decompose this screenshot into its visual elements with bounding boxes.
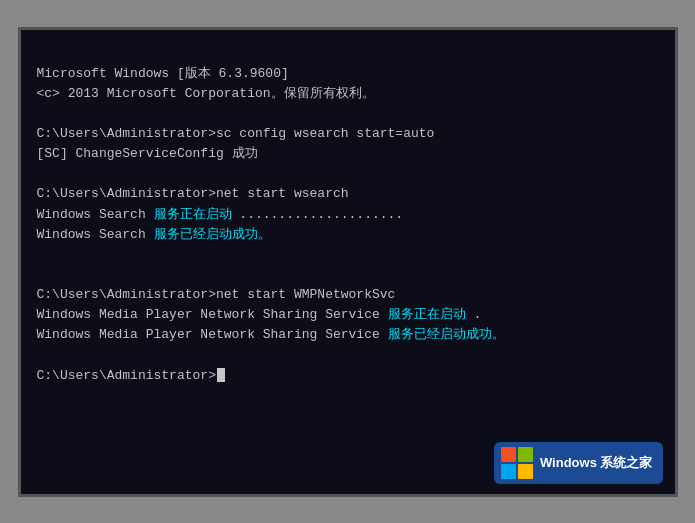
- terminal-output: Microsoft Windows [版本 6.3.9600] <c> 2013…: [37, 44, 659, 407]
- watermark-label: Windows 系统之家: [540, 454, 653, 472]
- prompt-4: C:\Users\Administrator>: [37, 368, 216, 383]
- watermark: Windows 系统之家: [494, 442, 663, 484]
- line-13b: Windows Media Player Network Sharing Ser…: [37, 327, 505, 342]
- win-quad-blue: [501, 464, 516, 479]
- status-text-2: 服务已经启动成功。: [154, 227, 271, 242]
- win-quad-green: [518, 447, 533, 462]
- line-2: <c> 2013 Microsoft Corporation。保留所有权利。: [37, 86, 375, 101]
- screen: Microsoft Windows [版本 6.3.9600] <c> 2013…: [18, 27, 678, 497]
- line-5: [SC] ChangeServiceConfig 成功: [37, 146, 258, 161]
- line-1: Microsoft Windows [版本 6.3.9600]: [37, 66, 289, 81]
- line-15: C:\Users\Administrator>: [37, 368, 225, 383]
- cmd-background: Microsoft Windows [版本 6.3.9600] <c> 2013…: [21, 30, 675, 494]
- status-text-3: 服务正在启动: [388, 307, 466, 322]
- prompt-2: C:\Users\Administrator>: [37, 186, 216, 201]
- status-text-1: 服务正在启动: [154, 207, 232, 222]
- outer-frame: Microsoft Windows [版本 6.3.9600] <c> 2013…: [0, 0, 695, 523]
- line-12: C:\Users\Administrator>net start WMPNetw…: [37, 287, 396, 302]
- prompt-1: C:\Users\Administrator>: [37, 126, 216, 141]
- cursor: [217, 368, 225, 382]
- win-quad-red: [501, 447, 516, 462]
- status-text-4: 服务已经启动成功。: [388, 327, 505, 342]
- cmd-2: net start wsearch: [216, 186, 349, 201]
- line-8: Windows Search 服务正在启动 ..................…: [37, 207, 404, 222]
- windows-logo-icon: [501, 447, 533, 479]
- prompt-3: C:\Users\Administrator>: [37, 287, 216, 302]
- line-7: C:\Users\Administrator>net start wsearch: [37, 186, 349, 201]
- line-9: Windows Search 服务已经启动成功。: [37, 227, 271, 242]
- line-4: C:\Users\Administrator>sc config wsearch…: [37, 126, 435, 141]
- cmd-3: net start WMPNetworkSvc: [216, 287, 395, 302]
- win-quad-yellow: [518, 464, 533, 479]
- line-13a: Windows Media Player Network Sharing Ser…: [37, 307, 482, 322]
- cmd-1: sc config wsearch start=auto: [216, 126, 434, 141]
- service-word: Service: [325, 307, 380, 322]
